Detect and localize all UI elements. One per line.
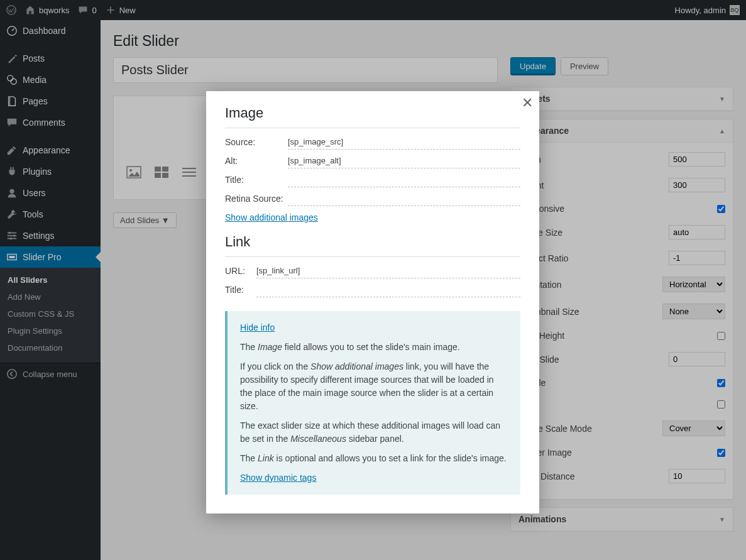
info-p3: The exact slider size at which these add… — [240, 419, 508, 446]
alt-label: Alt: — [225, 156, 288, 166]
alt-input[interactable] — [288, 156, 520, 168]
url-label: URL: — [225, 266, 256, 276]
link-title-input[interactable] — [256, 285, 520, 297]
title-input[interactable] — [288, 175, 520, 187]
retina-label: Retina Source: — [225, 194, 288, 204]
close-icon[interactable]: ✕ — [522, 95, 533, 111]
info-p2: If you click on the Show additional imag… — [240, 360, 508, 413]
url-input[interactable] — [256, 266, 520, 278]
hide-info-link[interactable]: Hide info — [240, 322, 275, 332]
show-additional-images-link[interactable]: Show additional images — [225, 212, 318, 222]
show-dynamic-tags-link[interactable]: Show dynamic tags — [240, 473, 316, 483]
source-input[interactable] — [288, 137, 520, 150]
modal-link-heading: Link — [225, 222, 520, 257]
title-label: Title: — [225, 175, 288, 185]
info-box: Hide info The Image field allows you to … — [225, 311, 520, 495]
info-p4: The Link is optional and allows you to s… — [240, 452, 508, 465]
info-p1: The Image field allows you to set the sl… — [240, 341, 508, 354]
modal-image-heading: Image — [225, 91, 520, 128]
retina-input[interactable] — [288, 194, 520, 206]
source-label: Source: — [225, 137, 288, 147]
link-title-label: Title: — [225, 285, 256, 295]
modal-image-link: ✕ Image Source: Alt: Title: Retina Sourc… — [206, 91, 539, 513]
